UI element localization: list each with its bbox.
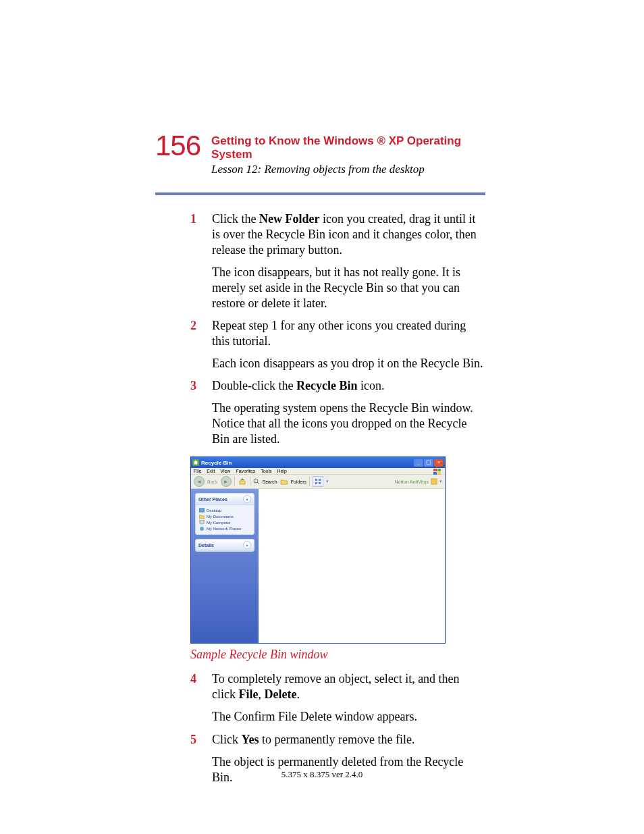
manual-page: 156 Getting to Know the Windows ® XP Ope…: [0, 0, 644, 834]
steps-list: 1 Click the New Folder icon you created,…: [190, 211, 485, 447]
close-button[interactable]: ×: [434, 459, 444, 467]
desktop-icon: [199, 508, 205, 513]
svg-rect-0: [433, 469, 437, 471]
text: Click: [212, 733, 242, 746]
toolbar-separator: [234, 477, 235, 486]
step-text: The Confirm File Delete window appears.: [212, 709, 485, 725]
link-label: My Network Places: [207, 527, 241, 531]
steps-list-continued: 4 To completely remove an object, select…: [190, 671, 485, 785]
menu-favorites[interactable]: Favorites: [236, 469, 255, 473]
xp-titlebar: Recycle Bin _ ▢ ×: [191, 457, 445, 468]
svg-rect-2: [433, 472, 437, 475]
folders-label[interactable]: Folders: [291, 479, 306, 484]
step-text: To completely remove an object, select i…: [212, 671, 485, 702]
step-number: 1: [190, 211, 212, 311]
svg-rect-3: [437, 472, 441, 475]
bold-text: Yes: [242, 733, 259, 746]
search-label[interactable]: Search: [263, 479, 277, 484]
text: icon.: [357, 379, 384, 392]
forward-button[interactable]: ►: [221, 476, 232, 487]
step-text: Repeat step 1 for any other icons you cr…: [212, 318, 485, 349]
back-label: Back: [207, 479, 218, 484]
header-rule: [155, 192, 485, 195]
figure-caption: Sample Recycle Bin window: [190, 648, 644, 662]
back-button[interactable]: ◄: [194, 476, 205, 487]
sidebar-link-desktop[interactable]: Desktop: [199, 508, 250, 513]
norton-label: Norton AntiVirus: [395, 479, 429, 484]
menu-view[interactable]: View: [220, 469, 230, 473]
xp-body: Other Places « Desktop My Documents My C…: [191, 489, 445, 643]
page-footer: 5.375 x 8.375 ver 2.4.0: [0, 769, 644, 780]
search-icon[interactable]: [253, 478, 260, 486]
toolbar-separator: [250, 477, 250, 486]
xp-content-area: [259, 489, 445, 643]
collapse-icon[interactable]: «: [243, 495, 251, 503]
toolbar-separator: [309, 477, 310, 486]
folders-icon[interactable]: [280, 478, 288, 486]
step-2: 2 Repeat step 1 for any other icons you …: [190, 318, 485, 371]
menu-edit[interactable]: Edit: [207, 469, 215, 473]
step-text: The icon disappears, but it has not real…: [212, 265, 485, 311]
bold-text: New Folder: [259, 212, 319, 226]
svg-rect-7: [319, 479, 321, 481]
xp-window: Recycle Bin _ ▢ × File Edit View Favorit…: [190, 457, 446, 644]
text: Double-click the: [212, 379, 296, 392]
link-label: My Documents: [207, 515, 234, 519]
panel-title: Details: [198, 543, 214, 548]
panel-header[interactable]: Details »: [196, 540, 254, 551]
maximize-button[interactable]: ▢: [424, 459, 433, 467]
sidebar-link-mynetwork[interactable]: My Network Places: [199, 526, 250, 531]
svg-point-14: [200, 527, 204, 531]
svg-rect-12: [200, 520, 204, 523]
step-number: 4: [190, 671, 212, 725]
menu-help[interactable]: Help: [277, 469, 287, 473]
sidebar-link-mycomputer[interactable]: My Computer: [199, 520, 250, 525]
step-number: 3: [190, 378, 212, 447]
other-places-panel: Other Places « Desktop My Documents My C…: [195, 493, 254, 535]
menu-tools[interactable]: Tools: [261, 469, 271, 473]
bold-text: File: [238, 687, 258, 701]
header-text: Getting to Know the Windows ® XP Operati…: [211, 134, 485, 176]
step-text: Each icon disappears as you drop it on t…: [212, 356, 485, 371]
svg-rect-10: [431, 479, 437, 484]
network-icon: [199, 526, 205, 531]
menu-file[interactable]: File: [194, 469, 201, 473]
step-3: 3 Double-click the Recycle Bin icon. The…: [190, 378, 485, 447]
panel-header[interactable]: Other Places «: [196, 494, 254, 505]
views-button[interactable]: [313, 476, 323, 487]
page-number: 156: [155, 132, 200, 160]
norton-plugin[interactable]: Norton AntiVirus ▾: [395, 478, 442, 486]
xp-toolbar: ◄ Back ► Search Folders ▾ Norton AntiV: [191, 475, 445, 489]
windows-logo-icon: [433, 468, 442, 476]
svg-rect-13: [200, 524, 203, 525]
step-number: 2: [190, 318, 212, 371]
chapter-title: Getting to Know the Windows ® XP Operati…: [211, 134, 485, 161]
sidebar-link-mydocuments[interactable]: My Documents: [199, 514, 250, 519]
text: Click the: [212, 212, 259, 226]
text: .: [296, 687, 300, 701]
lesson-title: Lesson 12: Removing objects from the des…: [211, 163, 485, 176]
up-button[interactable]: [238, 477, 247, 486]
computer-icon: [199, 520, 205, 525]
recycle-bin-icon: [192, 459, 199, 466]
svg-rect-9: [319, 482, 321, 484]
expand-icon[interactable]: »: [243, 541, 251, 549]
page-header: 156 Getting to Know the Windows ® XP Ope…: [155, 132, 485, 176]
svg-rect-6: [315, 479, 317, 481]
xp-menubar: File Edit View Favorites Tools Help: [191, 468, 445, 475]
step-text: Click the New Folder icon you created, d…: [212, 211, 485, 258]
link-label: Desktop: [207, 509, 221, 513]
step-text: Click Yes to permanently remove the file…: [212, 732, 485, 748]
window-title: Recycle Bin: [201, 460, 414, 466]
svg-rect-1: [437, 469, 441, 471]
window-controls: _ ▢ ×: [414, 459, 444, 467]
folder-icon: [199, 514, 205, 519]
embedded-screenshot: Recycle Bin _ ▢ × File Edit View Favorit…: [190, 457, 485, 644]
xp-sidebar: Other Places « Desktop My Documents My C…: [191, 489, 259, 643]
chevron-down-icon: ▾: [439, 479, 442, 484]
text: to permanently remove the file.: [259, 733, 415, 746]
chevron-down-icon[interactable]: ▾: [326, 479, 329, 484]
bold-text: Recycle Bin: [296, 379, 357, 392]
bold-text: Delete: [264, 687, 296, 701]
minimize-button[interactable]: _: [414, 459, 423, 467]
